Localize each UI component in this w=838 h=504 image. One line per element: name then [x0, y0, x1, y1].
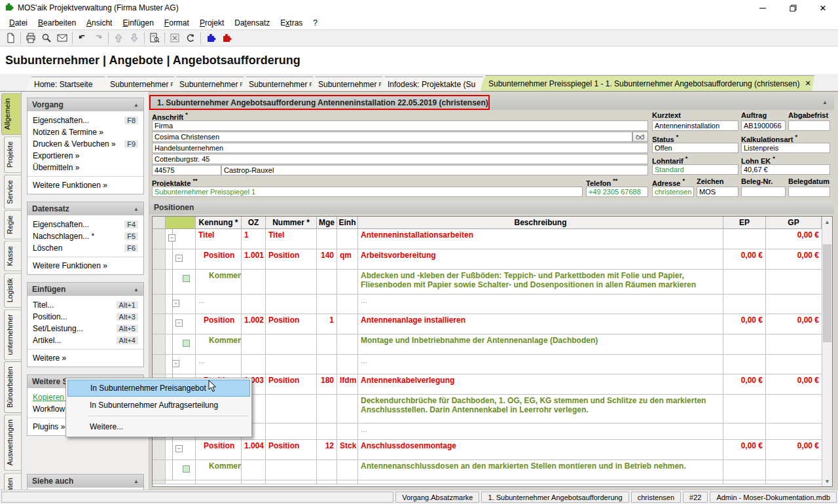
- status-field[interactable]: Offen: [652, 143, 738, 153]
- context-menu-item-weitere[interactable]: Weitere...: [67, 418, 250, 435]
- comment-node-icon[interactable]: [183, 465, 190, 473]
- cell-ep[interactable]: 0,00 €: [723, 374, 766, 394]
- cell-nummer[interactable]: [266, 423, 317, 439]
- panel-item-drucken&verbuchen[interactable]: Drucken & Verbuchen »F9: [27, 138, 143, 150]
- auftrag-field[interactable]: AB1900066: [741, 120, 786, 131]
- cell-einh[interactable]: [337, 423, 358, 439]
- cell-ep[interactable]: [723, 270, 766, 294]
- cell-mge[interactable]: [317, 229, 337, 249]
- grid-row-titel[interactable]: Titel1TitelAntenneninstallationsarbeiten…: [153, 229, 822, 249]
- cell-mge[interactable]: [317, 270, 337, 294]
- grid-row-komment[interactable]: Kommen...Abdecken und -kleben der Fußböd…: [153, 270, 822, 295]
- side-tab-allgemein[interactable]: Allgemein: [1, 93, 21, 135]
- panel-item-artikel[interactable]: Artikel...Alt+4: [27, 334, 143, 346]
- tab-5[interactable]: Infodesk: Projektakte (Su: [378, 77, 483, 91]
- projektakte-field[interactable]: Subunternehmer Preisspiegel 1: [152, 187, 583, 197]
- cell-gp[interactable]: [766, 295, 822, 314]
- side-tab-kasse[interactable]: Kasse: [4, 241, 21, 272]
- cell-ep[interactable]: [723, 334, 766, 354]
- cell-gp[interactable]: 0,00 €: [766, 229, 822, 249]
- tree-collapse-icon[interactable]: [175, 319, 183, 327]
- cell-oz[interactable]: [242, 295, 266, 314]
- redo-button[interactable]: [90, 31, 106, 45]
- email-button[interactable]: [54, 31, 70, 45]
- cell-beschreibung[interactable]: Arbeitsvorbereitung: [358, 249, 723, 269]
- menu-item-?[interactable]: ?: [308, 17, 323, 29]
- expand-more-icon[interactable]: [172, 360, 179, 367]
- grid-row-dots[interactable]: ......: [153, 423, 822, 440]
- tab-close-icon[interactable]: ✕: [805, 79, 811, 88]
- side-tab-logistik[interactable]: Logistik: [4, 273, 21, 308]
- cell-nummer[interactable]: [266, 460, 317, 480]
- ort-field[interactable]: Castrop-Rauxel: [221, 165, 648, 175]
- row-selector[interactable]: [153, 270, 166, 294]
- new-document-button[interactable]: [3, 31, 18, 45]
- cell-beschreibung[interactable]: [358, 480, 723, 484]
- cell-nummer[interactable]: [266, 334, 317, 354]
- cell-kennung[interactable]: Kommen...: [196, 334, 242, 354]
- cell-nummer[interactable]: Position: [266, 249, 317, 269]
- tab-4[interactable]: SubunternehmerP: [309, 77, 382, 91]
- cell-einh[interactable]: [337, 334, 358, 354]
- cell-oz[interactable]: [242, 480, 266, 484]
- comment-node-icon[interactable]: [183, 275, 190, 282]
- cell-beschreibung[interactable]: ...: [358, 295, 723, 314]
- cell-beschreibung[interactable]: ...: [358, 423, 723, 439]
- anschrift-line4-field[interactable]: Cottenburgstr. 45: [152, 154, 648, 164]
- context-menu-item-insubunternehmerauftragserteil[interactable]: In Subunternehmer Auftragserteilung: [67, 397, 250, 414]
- cell-nummer[interactable]: Position: [266, 314, 317, 334]
- undo-button[interactable]: [75, 31, 90, 45]
- cell-ep[interactable]: [723, 355, 766, 374]
- cell-mge[interactable]: [317, 355, 337, 374]
- belegdatum-field[interactable]: [788, 187, 830, 197]
- telefon-field[interactable]: +49 2305 67688: [586, 187, 648, 197]
- menu-item-extras[interactable]: Extras: [275, 17, 308, 29]
- row-selector[interactable]: [153, 440, 166, 459]
- side-tab-projekte[interactable]: Projekte: [4, 136, 21, 173]
- plugin-red-button[interactable]: [219, 31, 234, 45]
- grid-column-header-gp[interactable]: GP: [766, 217, 822, 228]
- scroll-up-icon[interactable]: ▲: [822, 217, 832, 227]
- cell-mge[interactable]: [317, 295, 337, 314]
- menu-item-bearbeiten[interactable]: Bearbeiten: [33, 17, 81, 29]
- cell-mge[interactable]: [317, 423, 337, 439]
- cell-mge[interactable]: 1: [317, 314, 337, 334]
- grid-row-komment[interactable]: Kommen...Antennenanschlussdosen an den m…: [153, 460, 822, 480]
- cell-kennung[interactable]: Kommen...: [196, 270, 242, 294]
- panel-item-weitere[interactable]: Weitere »: [27, 352, 143, 364]
- cell-oz[interactable]: [242, 270, 266, 294]
- cell-ep[interactable]: [723, 295, 766, 314]
- plz-field[interactable]: 44575: [152, 165, 221, 175]
- cell-mge[interactable]: [317, 395, 337, 423]
- panel-section-header[interactable]: Vorgang▲: [27, 98, 143, 111]
- side-tab-service[interactable]: Service: [4, 175, 21, 209]
- side-tab-unternehmer[interactable]: unternehmer: [4, 309, 21, 360]
- cell-einh[interactable]: [337, 314, 358, 334]
- cell-kennung[interactable]: Titel: [196, 229, 242, 249]
- cell-oz[interactable]: 1: [242, 229, 266, 249]
- tree-collapse-icon[interactable]: [175, 445, 183, 452]
- tab-3[interactable]: SubunternehmerP: [240, 77, 313, 91]
- menu-item-projekt[interactable]: Projekt: [194, 17, 229, 29]
- cell-nummer[interactable]: Titel: [266, 229, 317, 249]
- cell-gp[interactable]: [766, 355, 822, 374]
- cell-einh[interactable]: [337, 355, 358, 374]
- lohntarif-field[interactable]: Standard: [652, 164, 738, 175]
- cell-mge[interactable]: [317, 334, 337, 354]
- cell-einh[interactable]: [337, 270, 358, 294]
- cell-ep[interactable]: [723, 460, 766, 480]
- cell-ep[interactable]: [723, 480, 766, 484]
- cell-gp[interactable]: [766, 395, 822, 423]
- panel-item-titel[interactable]: Titel...Alt+1: [27, 299, 143, 311]
- panel-section-header[interactable]: Datensatz▲: [27, 202, 143, 215]
- panel-item-weiterefunktionen[interactable]: Weitere Funktionen »: [27, 179, 143, 191]
- cell-einh[interactable]: [337, 480, 358, 484]
- cell-oz[interactable]: [242, 355, 266, 374]
- grid-row-komment[interactable]: Kommen...Montage und Inbetriebnahme der …: [153, 334, 822, 355]
- cell-gp[interactable]: [766, 460, 822, 480]
- cell-beschreibung[interactable]: Deckendurchbrüche für Dachboden, 1. OG, …: [358, 395, 723, 423]
- grid-row-empty[interactable]: [153, 480, 822, 484]
- cell-mge[interactable]: 12: [317, 440, 337, 459]
- cell-nummer[interactable]: [266, 295, 317, 314]
- panel-item-setleistung[interactable]: Set/Leistung...Alt+5: [27, 323, 143, 334]
